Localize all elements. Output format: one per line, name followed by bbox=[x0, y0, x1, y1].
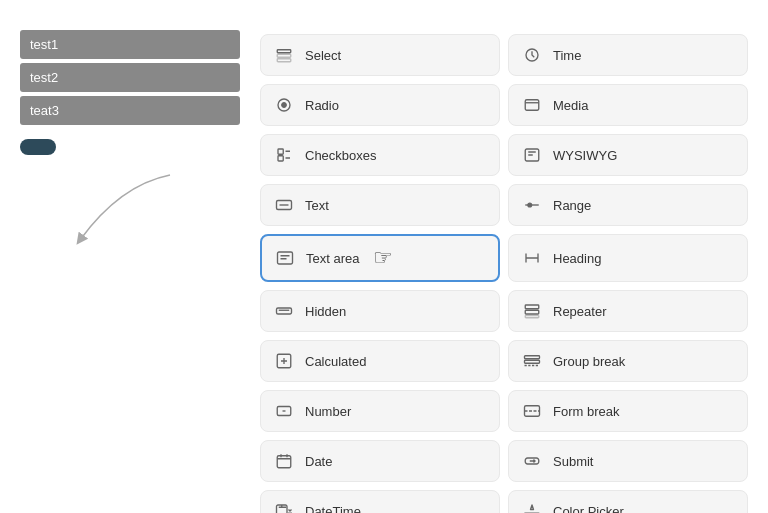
svg-rect-20 bbox=[525, 360, 540, 363]
repeater-label: Repeater bbox=[553, 304, 606, 319]
field-item-media[interactable]: Media bbox=[508, 84, 748, 126]
svg-rect-19 bbox=[525, 356, 540, 359]
heading-icon bbox=[521, 247, 543, 269]
field-item-formbreak[interactable]: Form break bbox=[508, 390, 748, 432]
field-item-select[interactable]: Select bbox=[260, 34, 500, 76]
field-item-repeater[interactable]: Repeater bbox=[508, 290, 748, 332]
formbreak-icon bbox=[521, 400, 543, 422]
datetime-label: DateTime bbox=[305, 504, 361, 514]
field-item-calculated[interactable]: Calculated bbox=[260, 340, 500, 382]
arrow-area bbox=[20, 165, 200, 255]
field-item-time[interactable]: Time bbox=[508, 34, 748, 76]
svg-rect-0 bbox=[277, 50, 291, 53]
colorpicker-label: Color Picker bbox=[553, 504, 624, 514]
field-item-datetime[interactable]: DateTime bbox=[260, 490, 500, 513]
textarea-label: Text area bbox=[306, 251, 359, 266]
date-icon bbox=[273, 450, 295, 472]
media-icon bbox=[521, 94, 543, 116]
svg-rect-6 bbox=[525, 100, 539, 111]
fields-grid: SelectTimeRadioMediaCheckboxesWYSIWYGTex… bbox=[260, 34, 748, 513]
number-label: Number bbox=[305, 404, 351, 419]
range-label: Range bbox=[553, 198, 591, 213]
checkboxes-label: Checkboxes bbox=[305, 148, 377, 163]
date-label: Date bbox=[305, 454, 332, 469]
time-label: Time bbox=[553, 48, 581, 63]
select-icon bbox=[273, 44, 295, 66]
field-item-range[interactable]: Range bbox=[508, 184, 748, 226]
wysiwyg-label: WYSIWYG bbox=[553, 148, 617, 163]
field-item-text[interactable]: Text bbox=[260, 184, 500, 226]
svg-point-5 bbox=[282, 103, 287, 108]
svg-rect-8 bbox=[278, 156, 283, 161]
svg-rect-14 bbox=[277, 308, 292, 314]
heading-label: Heading bbox=[553, 251, 601, 266]
submit-label: Submit bbox=[553, 454, 593, 469]
text-icon bbox=[273, 194, 295, 216]
select-label: Select bbox=[305, 48, 341, 63]
svg-rect-15 bbox=[525, 305, 539, 309]
field-item-heading[interactable]: Heading bbox=[508, 234, 748, 282]
column-item: test2 bbox=[20, 63, 240, 92]
colorpicker-icon bbox=[521, 500, 543, 513]
svg-rect-16 bbox=[525, 310, 539, 314]
groupbreak-label: Group break bbox=[553, 354, 625, 369]
textarea-icon bbox=[274, 247, 296, 269]
submit-icon bbox=[521, 450, 543, 472]
field-item-hidden[interactable]: Hidden bbox=[260, 290, 500, 332]
svg-rect-25 bbox=[277, 456, 291, 468]
arrow-svg bbox=[20, 165, 200, 255]
wysiwyg-icon bbox=[521, 144, 543, 166]
field-item-number[interactable]: Number bbox=[260, 390, 500, 432]
columns-list: test1test2teat3 bbox=[20, 30, 240, 125]
svg-rect-1 bbox=[277, 54, 291, 57]
field-item-groupbreak[interactable]: Group break bbox=[508, 340, 748, 382]
field-item-wysiwyg[interactable]: WYSIWYG bbox=[508, 134, 748, 176]
datetime-icon bbox=[273, 500, 295, 513]
svg-rect-7 bbox=[278, 149, 283, 154]
field-item-textarea[interactable]: Text area☞ bbox=[260, 234, 500, 282]
calculated-icon bbox=[273, 350, 295, 372]
calculated-label: Calculated bbox=[305, 354, 366, 369]
hidden-label: Hidden bbox=[305, 304, 346, 319]
field-item-date[interactable]: Date bbox=[260, 440, 500, 482]
number-icon bbox=[273, 400, 295, 422]
column-item: test1 bbox=[20, 30, 240, 59]
svg-rect-13 bbox=[278, 252, 293, 264]
field-item-submit[interactable]: Submit bbox=[508, 440, 748, 482]
hand-cursor-icon: ☞ bbox=[373, 245, 393, 271]
formbreak-label: Form break bbox=[553, 404, 619, 419]
add-column-button[interactable] bbox=[20, 139, 56, 155]
field-item-radio[interactable]: Radio bbox=[260, 84, 500, 126]
left-panel: test1test2teat3 bbox=[20, 20, 240, 513]
media-label: Media bbox=[553, 98, 588, 113]
right-panel: SelectTimeRadioMediaCheckboxesWYSIWYGTex… bbox=[260, 20, 748, 513]
groupbreak-icon bbox=[521, 350, 543, 372]
hidden-icon bbox=[273, 300, 295, 322]
svg-point-12 bbox=[528, 203, 532, 207]
svg-rect-17 bbox=[525, 316, 539, 318]
checkboxes-icon bbox=[273, 144, 295, 166]
svg-rect-2 bbox=[277, 59, 291, 62]
range-icon bbox=[521, 194, 543, 216]
repeater-icon bbox=[521, 300, 543, 322]
time-icon bbox=[521, 44, 543, 66]
field-item-colorpicker[interactable]: Color Picker bbox=[508, 490, 748, 513]
text-label: Text bbox=[305, 198, 329, 213]
column-item: teat3 bbox=[20, 96, 240, 125]
field-item-checkboxes[interactable]: Checkboxes bbox=[260, 134, 500, 176]
radio-label: Radio bbox=[305, 98, 339, 113]
radio-icon bbox=[273, 94, 295, 116]
